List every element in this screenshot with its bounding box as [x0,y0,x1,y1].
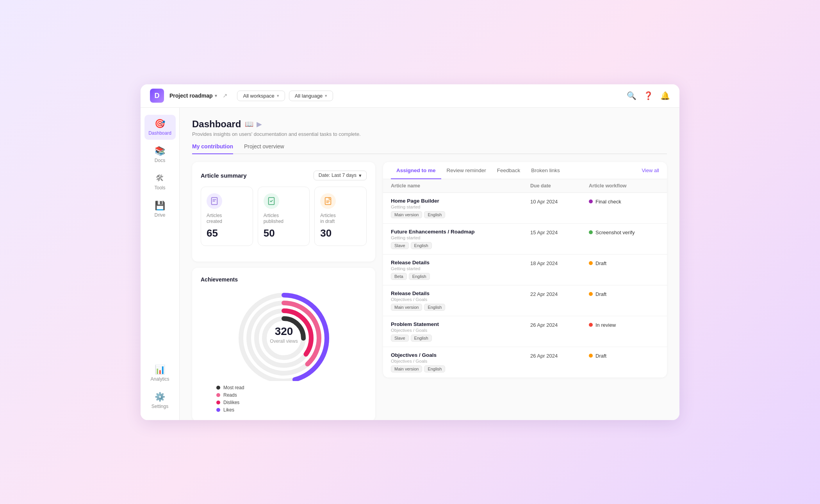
sidebar-label-dashboard: Dashboard [148,130,171,136]
reads-dot [216,393,220,397]
workflow-5: Draft [589,352,659,359]
article-info-3: Release Details Objectives / Goals Main … [391,290,530,311]
article-info-4: Problem Statement Objectives / Goals Sla… [391,321,530,342]
tools-icon: 🛠 [156,173,164,183]
svg-text:320: 320 [275,325,293,337]
tab-my-contribution[interactable]: My contribution [192,143,233,154]
table-row: Home Page Builder Getting started Main v… [383,193,667,224]
wf-dot-5 [589,354,593,358]
wf-dot-0 [589,199,593,203]
top-bar-right: 🔍 ❓ 🔔 [627,91,670,100]
article-summary-card: Article summary Date: Last 7 days ▾ [192,162,375,262]
workspace-dropdown[interactable]: All workspace ▾ [237,91,285,101]
likes-dot [216,408,220,412]
main-layout: 🎯 Dashboard 📚 Docs 🛠 Tools 💾 Drive 📊 Ana… [141,108,679,420]
tag: English [411,335,432,342]
article-tags-3: Main version English [391,304,530,311]
sidebar-label-analytics: Analytics [150,376,169,382]
article-tags-0: Main version English [391,211,530,218]
achievements-title: Achievements [201,276,367,283]
legend-dislikes: Dislikes [216,400,367,405]
dislikes-label: Dislikes [223,400,239,405]
col-due-date: Due date [530,183,589,189]
tag: Slave [391,242,409,249]
page-header-title: Dashboard 📖 ▶ [192,119,667,130]
due-date-1: 15 Apr 2024 [530,229,589,235]
panel-tabs: Assigned to me Review reminder Feedback … [383,162,667,179]
wf-label-5: Draft [595,353,606,359]
articles-published-value: 50 [264,227,304,239]
date-chevron-icon: ▾ [359,173,362,178]
external-link-icon[interactable]: ↗ [223,92,228,99]
legend: Most read Reads Dislikes [201,385,367,413]
sidebar-item-drive[interactable]: 💾 Drive [144,197,176,222]
sidebar-item-dashboard[interactable]: 🎯 Dashboard [144,115,176,140]
tab-broken-links[interactable]: Broken links [526,162,565,179]
table-row: Objectives / Goals Objectives / Goals Ma… [383,347,667,378]
date-dropdown[interactable]: Date: Last 7 days ▾ [314,171,367,180]
tab-assigned-to-me[interactable]: Assigned to me [391,162,441,179]
due-date-4: 26 Apr 2024 [530,321,589,328]
article-sub-1: Getting started [391,235,530,240]
page-header-icons: 📖 ▶ [245,120,262,128]
sidebar-item-tools[interactable]: 🛠 Tools [144,169,176,194]
left-column: Article summary Date: Last 7 days ▾ [192,162,375,420]
stat-card-created: Articlescreated 65 [201,187,253,246]
articles-published-icon [264,193,279,209]
workflow-2: Draft [589,260,659,266]
table-row: Release Details Getting started Beta Eng… [383,255,667,285]
wf-label-1: Screenshot verify [595,230,635,235]
legend-reads: Reads [216,392,367,398]
page-title: Dashboard [192,119,241,130]
notifications-icon[interactable]: 🔔 [660,91,670,100]
play-icon[interactable]: ▶ [257,120,262,128]
language-dropdown[interactable]: All language ▾ [289,91,333,101]
tab-project-overview[interactable]: Project overview [244,143,284,154]
article-info-5: Objectives / Goals Objectives / Goals Ma… [391,352,530,372]
workspace-label: All workspace [243,93,274,99]
top-bar-dropdowns: All workspace ▾ All language ▾ [237,91,333,101]
search-icon[interactable]: 🔍 [627,91,636,100]
sidebar-label-docs: Docs [155,158,165,163]
tab-feedback[interactable]: Feedback [492,162,526,179]
articles-created-label: Articlescreated [207,213,247,225]
table-row: Release Details Objectives / Goals Main … [383,285,667,316]
project-chevron-icon: ▾ [215,93,217,98]
most-read-dot [216,386,220,390]
article-sub-0: Getting started [391,205,530,209]
sidebar-item-settings[interactable]: ⚙️ Settings [144,388,176,413]
view-all-link[interactable]: View all [642,162,659,179]
article-name-5: Objectives / Goals [391,352,530,358]
page-tabs: My contribution Project overview [192,143,667,154]
articles-created-value: 65 [207,227,247,239]
tab-review-reminder[interactable]: Review reminder [441,162,492,179]
project-selector[interactable]: Project roadmap ▾ [169,93,217,99]
articles-draft-value: 30 [320,227,361,239]
right-panel: Assigned to me Review reminder Feedback … [383,162,667,420]
panel-card: Assigned to me Review reminder Feedback … [383,162,667,378]
help-icon[interactable]: ❓ [644,91,653,100]
tag: Main version [391,365,422,372]
sidebar: 🎯 Dashboard 📚 Docs 🛠 Tools 💾 Drive 📊 Ana… [141,108,180,420]
date-label: Date: Last 7 days [319,173,357,178]
wf-label-3: Draft [595,291,606,297]
tag: Beta [391,273,407,280]
workflow-0: Final check [589,198,659,205]
page-header: Dashboard 📖 ▶ Provides insights on users… [192,119,667,137]
top-bar: D Project roadmap ▾ ↗ All workspace ▾ Al… [141,84,679,108]
articles-draft-label: Articlesin draft [320,213,361,225]
sidebar-item-analytics[interactable]: 📊 Analytics [144,361,176,386]
article-info-0: Home Page Builder Getting started Main v… [391,198,530,218]
analytics-icon: 📊 [155,365,165,375]
article-sub-2: Getting started [391,266,530,271]
content-area: Dashboard 📖 ▶ Provides insights on users… [180,108,679,420]
language-chevron-icon: ▾ [325,93,327,98]
sidebar-item-docs[interactable]: 📚 Docs [144,142,176,167]
article-tags-5: Main version English [391,365,530,372]
wf-dot-4 [589,323,593,327]
book-icon[interactable]: 📖 [245,120,253,128]
donut-area: 320 Overall views [201,287,367,381]
table-row: Future Enhancements / Roadmap Getting st… [383,224,667,255]
table-header: Article name Due date Article workflow [383,179,667,193]
article-summary-title: Article summary [201,172,247,179]
